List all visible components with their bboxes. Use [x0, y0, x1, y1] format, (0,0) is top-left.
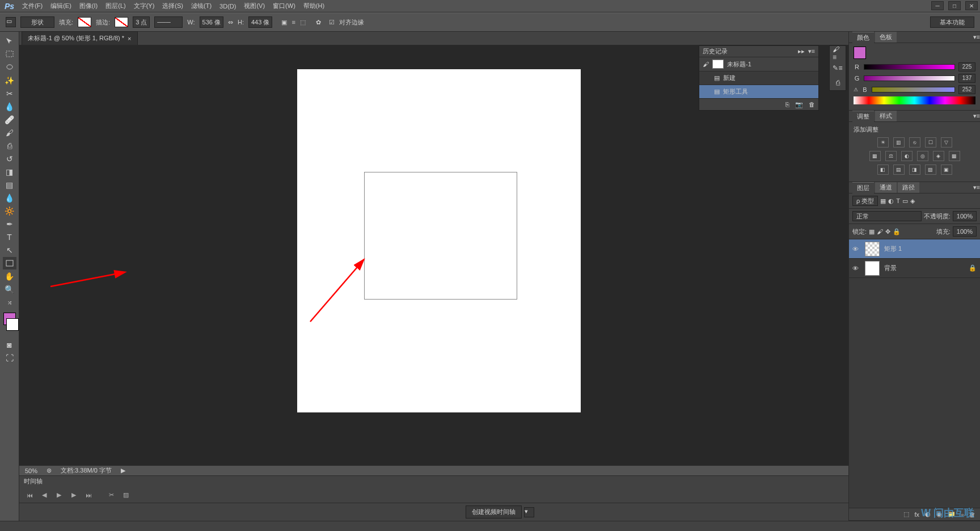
tab-layers[interactable]: 图层 [852, 182, 874, 193]
move-tool[interactable] [3, 35, 16, 48]
menu-3d[interactable]: 3D(D) [219, 3, 236, 10]
close-button[interactable]: ✕ [965, 1, 978, 10]
adj-mixer-icon[interactable]: ◈ [933, 151, 944, 161]
adj-gradient-icon[interactable]: ▨ [925, 165, 936, 175]
gradient-tool[interactable]: ▤ [3, 179, 16, 191]
dock-brush-icon[interactable]: 🖌≡ [833, 48, 843, 58]
type-tool[interactable]: T [3, 231, 16, 243]
menu-help[interactable]: 帮助(H) [303, 2, 324, 10]
align-icon[interactable]: ≡ [292, 19, 295, 26]
panel-menu-icon[interactable]: ▾≡ [973, 184, 980, 191]
r-slider[interactable] [864, 64, 955, 70]
height-input[interactable]: 443 像 [248, 16, 272, 28]
swap-colors-icon[interactable]: ⤭ [3, 296, 16, 309]
dodge-tool[interactable]: 🔆 [3, 205, 16, 217]
tab-styles[interactable]: 样式 [875, 111, 897, 121]
menu-edit[interactable]: 编辑(E) [50, 2, 71, 10]
filter-smart-icon[interactable]: ◈ [910, 197, 915, 205]
path-ops-icon[interactable]: ▣ [281, 19, 287, 26]
history-brush-tool[interactable]: ↺ [3, 153, 16, 165]
adj-levels-icon[interactable]: ▥ [893, 137, 905, 148]
layer-filter-kind[interactable]: ρ 类型 [852, 196, 878, 206]
filter-type-icon[interactable]: T [896, 197, 900, 204]
arrange-icon[interactable]: ⬚ [300, 19, 306, 26]
tool-preset-icon[interactable]: ▭ [6, 17, 16, 27]
healing-tool[interactable]: 🩹 [3, 113, 16, 126]
gear-icon[interactable]: ✿ [316, 19, 321, 26]
info-arrow-icon[interactable]: ▶ [121, 467, 125, 474]
shape-mode-dropdown[interactable]: 形状 [20, 16, 54, 28]
snapshot-thumb[interactable] [712, 60, 724, 69]
zoom-tool[interactable]: 🔍 [3, 283, 16, 296]
panel-menu-icon[interactable]: ▾≡ [973, 33, 980, 41]
link-icon[interactable]: ⇔ [228, 19, 233, 26]
align-edges-checkbox[interactable]: ☑ [329, 19, 335, 26]
tab-swatches[interactable]: 色板 [875, 32, 897, 43]
tl-cut-icon[interactable]: ✂ [107, 491, 116, 500]
b-slider[interactable] [872, 87, 955, 92]
menu-filter[interactable]: 滤镜(T) [191, 2, 212, 10]
r-value[interactable]: 225 [958, 62, 975, 71]
adj-brightness-icon[interactable]: ☀ [877, 137, 889, 148]
screenmode-icon[interactable]: ⛶ [3, 352, 16, 364]
filter-pixel-icon[interactable]: ▦ [880, 197, 886, 205]
stroke-style-dropdown[interactable]: ─── [154, 16, 183, 28]
maximize-button[interactable]: □ [948, 1, 961, 10]
lock-all-icon[interactable]: 🔒 [893, 228, 901, 235]
document-tab[interactable]: 未标题-1 @ 50% (矩形 1, RGB/8) * × [22, 31, 138, 45]
stroke-swatch[interactable] [115, 17, 128, 27]
minimize-button[interactable]: ─ [931, 1, 944, 10]
history-menu-icon[interactable]: ▾≡ [808, 48, 815, 55]
stamp-tool[interactable]: ⎙ [3, 140, 16, 152]
tl-play-icon[interactable]: ▶ [54, 491, 64, 500]
layer-row[interactable]: 👁 背景 🔒 [849, 259, 980, 278]
visibility-icon[interactable]: 👁 [852, 265, 860, 272]
b-value[interactable]: 252 [958, 85, 975, 94]
wand-tool[interactable]: ✨ [3, 74, 16, 87]
blur-tool[interactable]: 💧 [3, 192, 16, 204]
layer-thumb[interactable] [865, 242, 880, 256]
layer-thumb[interactable] [865, 261, 880, 276]
history-collapse-icon[interactable]: ▸▸ [798, 48, 805, 55]
lasso-tool[interactable] [3, 61, 16, 74]
tab-channels[interactable]: 通道 [875, 182, 897, 193]
fg-swatch[interactable] [854, 47, 866, 59]
fx-icon[interactable]: fx [915, 511, 920, 518]
history-item[interactable]: ▤ 矩形工具 [699, 85, 818, 99]
fill-opacity-input[interactable]: 100% [953, 226, 977, 237]
canvas[interactable] [297, 69, 581, 412]
tl-prev-icon[interactable]: ◀ [40, 491, 49, 500]
menu-view[interactable]: 视图(V) [244, 2, 265, 10]
quickmask-icon[interactable]: ◙ [3, 339, 16, 351]
width-input[interactable]: 536 像 [200, 16, 223, 28]
stroke-width-input[interactable]: 3 点 [133, 16, 150, 28]
tab-color[interactable]: 颜色 [852, 32, 874, 43]
snapshot-name[interactable]: 未标题-1 [727, 60, 751, 69]
adj-hue-icon[interactable]: ▦ [869, 151, 881, 161]
adj-selective-icon[interactable]: ▣ [941, 165, 952, 175]
filter-adj-icon[interactable]: ◐ [888, 197, 894, 205]
g-slider[interactable] [864, 75, 955, 81]
adj-curves-icon[interactable]: ⎋ [909, 137, 920, 148]
adj-threshold-icon[interactable]: ◨ [909, 165, 920, 175]
brush-tool[interactable]: 🖌 [3, 127, 16, 139]
adj-vibrance-icon[interactable]: ▽ [941, 137, 952, 148]
lock-trans-icon[interactable]: ▦ [869, 228, 875, 235]
link-layers-icon[interactable]: ⬚ [903, 511, 909, 518]
layer-name[interactable]: 矩形 1 [884, 245, 902, 253]
opacity-input[interactable]: 100% [953, 211, 977, 221]
tl-next-icon[interactable]: ▶ [69, 491, 78, 500]
history-brush-icon[interactable]: 🖌 [703, 61, 709, 68]
history-delete-icon[interactable]: 🗑 [809, 101, 815, 108]
layer-name[interactable]: 背景 [884, 264, 897, 272]
rectangle-tool[interactable] [3, 257, 16, 269]
dock-clone-icon[interactable]: ⎙ [833, 78, 843, 88]
dock-brushes-icon[interactable]: ✎≡ [833, 63, 843, 73]
menu-image[interactable]: 图像(I) [79, 2, 98, 10]
visibility-icon[interactable]: 👁 [852, 246, 860, 252]
lock-pos-icon[interactable]: ✥ [885, 228, 890, 235]
tab-paths[interactable]: 路径 [898, 182, 919, 193]
history-item[interactable]: ▤ 新建 [699, 71, 818, 85]
history-snapshot-icon[interactable]: 📷 [795, 101, 803, 108]
create-timeline-button[interactable]: 创建视频时间轴 [466, 505, 522, 519]
